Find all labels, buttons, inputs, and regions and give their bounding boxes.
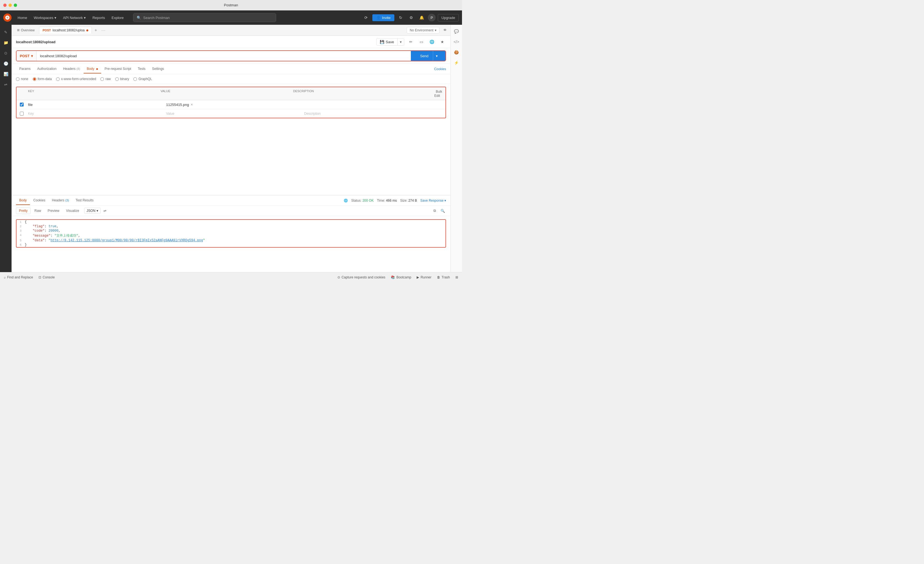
- nav-workspaces[interactable]: Workspaces ▾: [31, 14, 59, 21]
- tab-params[interactable]: Params: [16, 65, 34, 74]
- save-response-button[interactable]: Save Response ▾: [420, 199, 446, 203]
- app-logo[interactable]: [3, 14, 12, 22]
- tab-add-button[interactable]: +: [93, 27, 99, 33]
- content-area: ✎ 📁 ⊙ 🕐 📊 ⇌ ⊞ Overview POST localhost:18…: [0, 25, 462, 272]
- wrap-lines-icon[interactable]: ⇌: [102, 208, 108, 214]
- tab-overview[interactable]: ⊞ Overview: [14, 27, 38, 33]
- send-dropdown-button[interactable]: ▾: [433, 51, 441, 61]
- format-visualize[interactable]: Visualize: [63, 208, 82, 214]
- refresh-icon[interactable]: ↻: [396, 14, 405, 22]
- find-replace-button[interactable]: ⌕ Find and Replace: [4, 275, 33, 279]
- row-checkbox[interactable]: [20, 102, 24, 107]
- right-cookie-icon[interactable]: 🍪: [452, 48, 461, 57]
- env-settings-icon[interactable]: 👁: [442, 27, 448, 33]
- globe-icon[interactable]: 🌐: [428, 38, 436, 46]
- runner-button[interactable]: ▶ Runner: [417, 275, 431, 279]
- tab-headers[interactable]: Headers (8): [60, 65, 83, 74]
- radio-raw[interactable]: raw: [100, 77, 111, 81]
- nav-home[interactable]: Home: [15, 14, 30, 21]
- line-number: 3: [16, 229, 25, 233]
- copy-icon[interactable]: ⧉: [431, 208, 438, 214]
- empty-value-cell[interactable]: Value: [166, 112, 304, 116]
- bookmark-icon[interactable]: ★: [438, 38, 446, 46]
- code-line-2: 2 "flag": true,: [16, 224, 446, 229]
- format-type-selector[interactable]: JSON ▾: [84, 208, 100, 214]
- right-flash-icon[interactable]: ⚡: [452, 58, 461, 67]
- capture-icon: ⊙: [338, 275, 340, 279]
- format-raw[interactable]: Raw: [32, 208, 44, 214]
- row-key: file: [28, 102, 166, 107]
- response-format-bar: Pretty Raw Preview Visualize: [12, 206, 450, 216]
- sidebar-monitor[interactable]: 📊: [1, 69, 10, 79]
- body-type-selector: none form-data x-www-form-urlencoded raw: [12, 74, 450, 84]
- radio-graphql[interactable]: GraphQL: [134, 77, 152, 81]
- empty-checkbox-cell: [20, 112, 28, 116]
- resp-tab-headers[interactable]: Headers (3): [49, 196, 72, 205]
- right-comment-icon[interactable]: 💬: [452, 27, 461, 36]
- radio-urlencoded[interactable]: x-www-form-urlencoded: [56, 77, 96, 81]
- console-button[interactable]: ⊡ Console: [39, 275, 55, 279]
- sidebar-collections[interactable]: 📁: [1, 38, 10, 47]
- tab-tests[interactable]: Tests: [135, 65, 149, 74]
- environment-selector[interactable]: No Environment ▾: [407, 27, 440, 33]
- send-button[interactable]: Send: [416, 54, 433, 58]
- sidebar-new[interactable]: ✎: [1, 27, 10, 37]
- tab-authorization[interactable]: Authorization: [34, 65, 60, 74]
- format-pretty[interactable]: Pretty: [16, 208, 30, 214]
- tab-dirty-indicator: [86, 29, 88, 32]
- sidebar-environments[interactable]: ⊙: [1, 48, 10, 58]
- layout-button[interactable]: ⊞: [455, 275, 458, 279]
- resp-tab-cookies[interactable]: Cookies: [30, 196, 48, 205]
- nav-api-network[interactable]: API Network ▾: [60, 14, 88, 21]
- search-postman[interactable]: 🔍 Search Postman: [133, 13, 276, 22]
- notification-icon[interactable]: 🔔: [417, 14, 426, 22]
- code-line-6: 6 }: [16, 243, 446, 247]
- nav-reports[interactable]: Reports: [90, 14, 108, 21]
- tab-pre-request[interactable]: Pre-request Script: [101, 65, 135, 74]
- tab-settings[interactable]: Settings: [149, 65, 167, 74]
- save-dropdown-button[interactable]: ▾: [398, 39, 404, 45]
- code-line-3: 3 "code": 20000,: [16, 229, 446, 233]
- nav-explore[interactable]: Explore: [109, 14, 126, 21]
- format-preview[interactable]: Preview: [45, 208, 62, 214]
- search-icon: 🔍: [136, 16, 141, 20]
- sync-icon[interactable]: ⟳: [362, 14, 370, 22]
- minimize-button[interactable]: [9, 4, 12, 7]
- bootcamp-button[interactable]: 📚 Bootcamp: [391, 275, 411, 279]
- settings-icon[interactable]: ⚙: [407, 14, 415, 22]
- line-number: 4: [16, 233, 25, 237]
- tab-request[interactable]: POST localhost:18082/uploa: [39, 27, 92, 33]
- chevron-down-icon: ▾: [435, 29, 436, 32]
- close-button[interactable]: [3, 4, 7, 7]
- empty-key-cell[interactable]: Key: [28, 111, 166, 116]
- upgrade-button[interactable]: Upgrade: [438, 14, 459, 21]
- capture-button[interactable]: ⊙ Capture requests and cookies: [338, 275, 385, 279]
- remove-file-button[interactable]: ×: [190, 102, 193, 107]
- save-button[interactable]: 💾 Save: [376, 39, 398, 45]
- sidebar-history[interactable]: 🕐: [1, 59, 10, 68]
- right-code-icon[interactable]: </>: [452, 38, 461, 46]
- radio-none[interactable]: none: [16, 77, 28, 81]
- empty-desc-cell[interactable]: Description: [304, 111, 442, 116]
- radio-binary[interactable]: binary: [115, 77, 129, 81]
- avatar[interactable]: P: [428, 14, 436, 21]
- resp-tab-test-results[interactable]: Test Results: [72, 196, 97, 205]
- trash-button[interactable]: 🗑 Trash: [437, 275, 450, 279]
- cookies-link[interactable]: Cookies: [434, 67, 446, 71]
- bulk-edit-button[interactable]: Bulk Edit: [434, 90, 442, 98]
- radio-form-data[interactable]: form-data: [33, 77, 52, 81]
- search-response-icon[interactable]: 🔍: [440, 208, 446, 214]
- edit-icon[interactable]: ✏: [407, 38, 415, 46]
- panel-icon[interactable]: ▭: [417, 38, 425, 46]
- resp-tab-body[interactable]: Body: [16, 196, 30, 205]
- line-number: 1: [16, 220, 25, 224]
- empty-row-checkbox[interactable]: [20, 112, 24, 116]
- sidebar-flows[interactable]: ⇌: [1, 80, 10, 89]
- tab-more-button[interactable]: ···: [100, 27, 107, 33]
- invite-button[interactable]: 👤 Invite: [372, 14, 394, 21]
- header-actions: 💾 Save ▾ ✏ ▭ 🌐 ★: [376, 38, 446, 46]
- url-input[interactable]: [37, 54, 411, 58]
- tab-body[interactable]: Body: [84, 65, 102, 74]
- method-selector[interactable]: POST ▾: [16, 51, 37, 61]
- maximize-button[interactable]: [14, 4, 17, 7]
